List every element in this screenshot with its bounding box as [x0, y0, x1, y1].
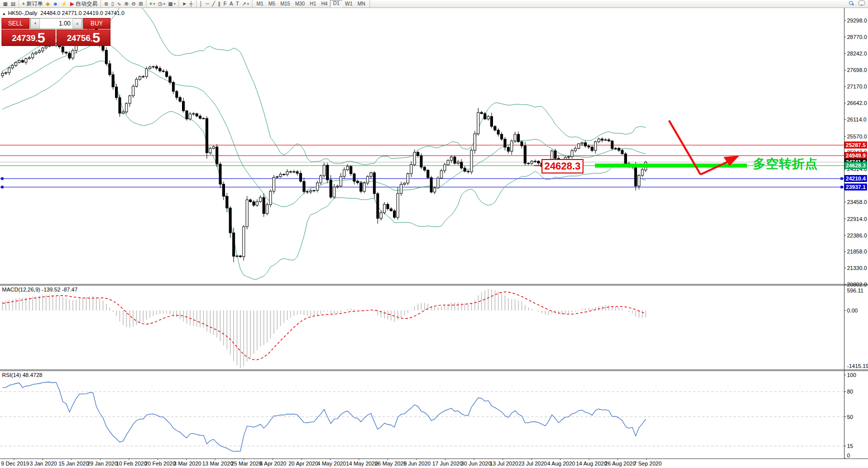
periods-button[interactable]: ◷▾ — [156, 0, 166, 7]
candle-body — [313, 190, 316, 191]
candle-body — [132, 86, 134, 96]
candle-body — [588, 146, 590, 147]
horizontal-line-button[interactable]: ─ — [204, 0, 210, 7]
timeframe-button-h1[interactable]: H1 — [308, 0, 319, 7]
profiles-button[interactable]: ▤ — [9, 0, 16, 7]
candle-body — [514, 134, 516, 141]
candle-body — [179, 98, 182, 102]
bar-chart-button[interactable]: ≣ — [102, 0, 110, 7]
timeframe-button-mn[interactable]: MN — [355, 0, 368, 7]
fibonacci-icon: F — [224, 0, 226, 7]
volume-value[interactable]: 1.00 — [40, 18, 72, 28]
chat-icon[interactable] — [858, 0, 865, 6]
chart-canvas[interactable] — [0, 0, 868, 468]
autotrading-button[interactable]: ▶自动交易 — [68, 0, 99, 7]
arrows-button[interactable]: ↗▾ — [240, 0, 250, 7]
text-button[interactable]: A — [228, 0, 234, 7]
candle-body — [584, 142, 587, 146]
new-order-button[interactable]: +新订单 — [20, 0, 44, 7]
templates-button[interactable]: ▦▾ — [166, 0, 177, 7]
timeframe-button-m15[interactable]: M15 — [278, 0, 292, 7]
candle-body — [219, 164, 222, 184]
rebound-arrow-line[interactable] — [700, 161, 730, 174]
timeframe-button-m1[interactable]: M1 — [254, 0, 266, 7]
candle-body — [474, 134, 476, 150]
price-tick-label: 25570.0 — [847, 134, 868, 140]
candle-body — [414, 152, 416, 165]
candle-body — [568, 156, 570, 158]
indicators-button[interactable]: +▾ — [148, 0, 156, 7]
buy-button[interactable]: BUY — [83, 18, 110, 29]
candle-body — [353, 174, 356, 182]
channel-button[interactable]: ∥ — [216, 0, 222, 7]
line-handle[interactable] — [1, 186, 4, 188]
candle-body — [386, 204, 389, 209]
label-button[interactable]: T — [234, 0, 240, 7]
candle-body — [494, 126, 496, 130]
candle-body — [236, 256, 238, 256]
volume-decrease-button[interactable]: ▼ — [30, 18, 40, 28]
candle-body — [192, 114, 195, 114]
macd-max-label: 596.11 — [847, 288, 868, 294]
toolbar-group: ▦▤ — [0, 0, 19, 8]
candle-body — [618, 148, 620, 150]
cursor-button[interactable]: ➤ — [180, 0, 188, 7]
autotrading-button-label: 自动交易 — [76, 0, 98, 8]
signals-button[interactable]: ⚡ — [60, 0, 68, 7]
date-label: 26 May 2020 — [375, 460, 407, 466]
candle-body — [528, 163, 530, 164]
candle-body — [283, 174, 286, 175]
timeframe-button-d1[interactable]: D1 — [330, 0, 342, 8]
candle-body — [376, 194, 379, 218]
candle-body — [450, 157, 453, 160]
candle-body — [122, 112, 124, 114]
candle-body — [266, 204, 268, 214]
candle-body — [162, 71, 164, 72]
date-label: 15 Jan 2020 — [58, 460, 89, 466]
price-line-badge: 23937.1 — [844, 184, 867, 190]
price-level-callout[interactable]: 24628.3 — [542, 159, 584, 174]
timeframe-button-h4[interactable]: H4 — [318, 0, 330, 7]
line-handle[interactable] — [840, 186, 843, 188]
search-icon[interactable] — [849, 1, 854, 6]
candle-body — [323, 165, 326, 176]
one-click-panel-toggle[interactable]: ▲ — [2, 12, 6, 16]
candle-body — [290, 172, 292, 172]
rsi-tick-label: 80 — [847, 388, 868, 394]
turning-point-note[interactable]: 多空转折点 — [753, 156, 818, 172]
fibonacci-button[interactable]: F — [222, 0, 228, 7]
candle-body — [504, 139, 506, 147]
zoom-out-button[interactable]: ⊖ — [130, 0, 137, 7]
trendline-button[interactable]: ╱ — [210, 0, 216, 7]
candle-body — [35, 52, 38, 54]
zoom-in-button[interactable]: ⊕ — [122, 0, 130, 7]
community-button[interactable]: ☻ — [51, 0, 60, 7]
candle-body — [42, 48, 44, 51]
buy-price[interactable]: 24756.5 — [56, 30, 110, 46]
metaeditor-icon: ◆ — [46, 0, 50, 7]
candle-body — [182, 102, 185, 111]
zoom-in-icon: ⊕ — [124, 0, 128, 7]
date-label: 14 May 2020 — [346, 460, 378, 466]
candle-body — [142, 76, 144, 77]
tile-windows-button[interactable]: ⊞ — [137, 0, 144, 7]
timeframe-button-m30[interactable]: M30 — [292, 0, 307, 7]
sell-price[interactable]: 24739.5 — [2, 30, 56, 46]
line-handle[interactable] — [1, 178, 4, 180]
candle-body — [62, 47, 64, 52]
rsi-tick-label: 100 — [847, 372, 868, 378]
metaeditor-button[interactable]: ◆ — [44, 0, 52, 7]
candles-chart-button[interactable]: ▯ — [110, 0, 116, 7]
candle-body — [72, 50, 74, 58]
sell-button[interactable]: SELL — [2, 18, 30, 29]
line-handle[interactable] — [840, 178, 843, 180]
candle-body — [250, 200, 252, 202]
rsi-tick-label: 0 — [847, 452, 868, 458]
volume-increase-button[interactable]: ▲ — [72, 18, 82, 28]
vertical-line-button[interactable]: │ — [198, 0, 204, 7]
crosshair-button[interactable]: ┼ — [188, 0, 194, 7]
new-chart-button[interactable]: ▦ — [2, 0, 9, 7]
line-chart-button[interactable]: ∿ — [116, 0, 122, 7]
timeframe-button-m5[interactable]: M5 — [266, 0, 278, 7]
timeframe-button-w1[interactable]: W1 — [342, 0, 355, 7]
